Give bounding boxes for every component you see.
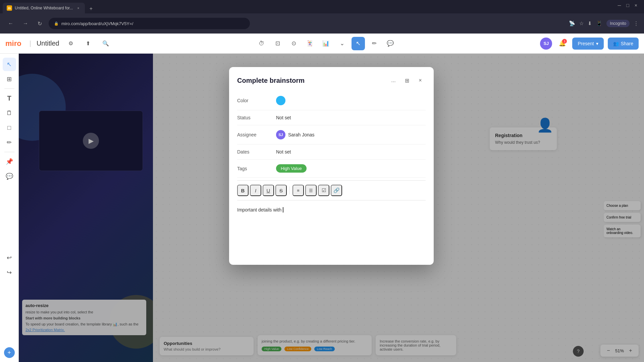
italic-button[interactable]: I: [250, 185, 261, 196]
redo-button[interactable]: ↪: [3, 266, 16, 279]
search-button[interactable]: 🔍: [100, 38, 112, 50]
tab-title: Untitled, Online Whiteboard for...: [15, 6, 73, 10]
tab-favicon: m: [7, 5, 12, 11]
header-sep: |: [30, 40, 31, 47]
unordered-list-button[interactable]: ☰: [305, 185, 317, 196]
sidebar-item-shape[interactable]: □: [3, 121, 16, 134]
settings-button[interactable]: ⚙: [65, 38, 77, 50]
dialog-body: Color Status Not set Assignee: [229, 91, 434, 265]
nav-forward-button[interactable]: →: [20, 19, 31, 28]
star-icon[interactable]: ☆: [579, 20, 584, 26]
window-maximize-btn[interactable]: □: [626, 3, 629, 8]
download-icon[interactable]: ⬇: [588, 20, 592, 26]
checkbox-button[interactable]: ☑: [318, 185, 329, 196]
dialog-header: Complete brainstorm ... ⊞ ×: [229, 67, 434, 91]
sidebar-item-cursor[interactable]: ↖: [3, 58, 16, 71]
present-chevron: ▾: [596, 41, 598, 46]
tab-bar: m Untitled, Online Whiteboard for... × +…: [0, 0, 644, 13]
brainstorm-dialog: Complete brainstorm ... ⊞ × Color: [229, 67, 434, 265]
status-label: Status: [237, 115, 271, 120]
sidebar-item-note[interactable]: 🗒: [3, 106, 16, 120]
cast-icon[interactable]: 📡: [569, 20, 575, 26]
present-label: Present: [578, 41, 594, 46]
status-value[interactable]: Not set: [276, 115, 291, 120]
left-sidebar: ↖ ⊞ T 🗒 □ ✏ 📌 💬 ↩ ↪ +: [0, 54, 19, 362]
tool-frame[interactable]: ⊡: [271, 37, 284, 50]
color-value: [276, 96, 285, 105]
nav-back-button[interactable]: ←: [5, 19, 16, 28]
dates-row: Dates Not set: [237, 144, 426, 160]
menu-dots-icon[interactable]: ⋮: [634, 20, 639, 26]
tool-chat[interactable]: 💬: [384, 37, 397, 50]
editor-area[interactable]: Important details with: [237, 203, 426, 257]
active-tab[interactable]: m Untitled, Online Whiteboard for... ×: [3, 3, 85, 13]
undo-button[interactable]: ↩: [3, 251, 16, 264]
editor-cursor: [283, 207, 283, 213]
share-icon: 👥: [613, 41, 619, 46]
new-tab-button[interactable]: +: [86, 4, 96, 13]
sidebar-item-comment[interactable]: 💬: [3, 170, 16, 183]
color-label: Color: [237, 98, 271, 103]
bold-button[interactable]: B: [237, 185, 249, 196]
dialog-title: Complete brainstorm: [237, 77, 305, 84]
color-swatch[interactable]: [276, 96, 285, 105]
tool-select[interactable]: ↖: [352, 37, 365, 50]
add-element-button[interactable]: +: [4, 347, 15, 358]
sidebar-item-pen[interactable]: ✏: [3, 136, 16, 149]
notif-badge: 1: [562, 39, 567, 44]
board-title[interactable]: Untitled: [37, 40, 59, 47]
tool-marker[interactable]: ✏: [368, 37, 381, 50]
high-value-tag[interactable]: High Value: [276, 164, 307, 173]
strikethrough-button[interactable]: S: [275, 185, 287, 196]
main-content: ↖ ⊞ T 🗒 □ ✏ 📌 💬 ↩ ↪ +: [0, 54, 644, 362]
tags-value: High Value: [276, 164, 307, 173]
incognito-badge[interactable]: Incognito: [606, 20, 630, 27]
app-header: miro | Untitled ⚙ ⬆ 🔍 ⏱ ⊡ ⊙ 🃏 📊 ⌄ ↖ ✏ 💬 …: [0, 34, 644, 54]
mobile-icon[interactable]: 📱: [596, 20, 602, 26]
window-controls: ─ □ ×: [618, 3, 637, 8]
dialog-more-button[interactable]: ...: [388, 75, 399, 86]
share-button[interactable]: 👥 Share: [608, 38, 639, 50]
dates-value[interactable]: Not set: [276, 149, 291, 155]
export-button[interactable]: ⬆: [82, 38, 94, 50]
tool-more[interactable]: ⌄: [335, 37, 349, 50]
dialog-header-actions: ... ⊞ ×: [388, 75, 426, 86]
editor-toolbar: B I U S ≡ ☰ ☑ 🔗: [237, 180, 426, 200]
assignee-name[interactable]: Sarah Jonas: [288, 132, 315, 137]
user-avatar[interactable]: SJ: [540, 38, 552, 50]
present-button[interactable]: Present ▾: [572, 38, 603, 50]
dialog-panel-toggle[interactable]: ⊞: [401, 75, 412, 86]
canvas-area[interactable]: ▶ auto-resize resize to make you put int…: [19, 54, 644, 362]
sidebar-separator: [4, 88, 14, 89]
assignee-value: SJ Sarah Jonas: [276, 130, 315, 139]
sidebar-item-text[interactable]: T: [3, 92, 16, 105]
dialog-close-button[interactable]: ×: [415, 75, 426, 86]
window-close-btn[interactable]: ×: [635, 3, 637, 8]
tool-timer[interactable]: ⏱: [255, 37, 268, 50]
sidebar-separator-2: [4, 152, 14, 152]
sidebar-item-sticky[interactable]: 📌: [3, 155, 16, 168]
window-minimize-btn[interactable]: ─: [618, 3, 621, 8]
lock-icon: 🔒: [54, 21, 59, 26]
status-row: Status Not set: [237, 110, 426, 125]
sidebar-item-grid[interactable]: ⊞: [3, 72, 16, 86]
ordered-list-button[interactable]: ≡: [292, 185, 304, 196]
browser-chrome: m Untitled, Online Whiteboard for... × +…: [0, 0, 644, 34]
tab-close-btn[interactable]: ×: [75, 5, 81, 11]
tags-label: Tags: [237, 166, 271, 171]
nav-icons: 📡 ☆ ⬇ 📱 Incognito ⋮: [569, 20, 639, 27]
app-container: miro | Untitled ⚙ ⬆ 🔍 ⏱ ⊡ ⊙ 🃏 📊 ⌄ ↖ ✏ 💬 …: [0, 34, 644, 362]
tool-screenshot[interactable]: ⊙: [287, 37, 301, 50]
editor-content: Important details with: [237, 207, 283, 213]
toolbar-center: ⏱ ⊡ ⊙ 🃏 📊 ⌄ ↖ ✏ 💬: [117, 37, 535, 50]
link-button[interactable]: 🔗: [331, 185, 342, 196]
nav-bar: ← → ↻ 🔒 miro.com/app/board/uXjVMqk7V5Y=/…: [0, 13, 644, 34]
notifications-button[interactable]: 🔔 1: [556, 38, 568, 50]
underline-button[interactable]: U: [263, 185, 274, 196]
address-bar[interactable]: 🔒 miro.com/app/board/uXjVMqk7V5Y=/: [49, 18, 250, 29]
assignee-avatar: SJ: [276, 130, 285, 139]
tool-card[interactable]: 🃏: [303, 37, 317, 50]
tool-table[interactable]: 📊: [319, 37, 333, 50]
assignee-label: Assignee: [237, 132, 271, 137]
nav-refresh-button[interactable]: ↻: [35, 19, 45, 28]
